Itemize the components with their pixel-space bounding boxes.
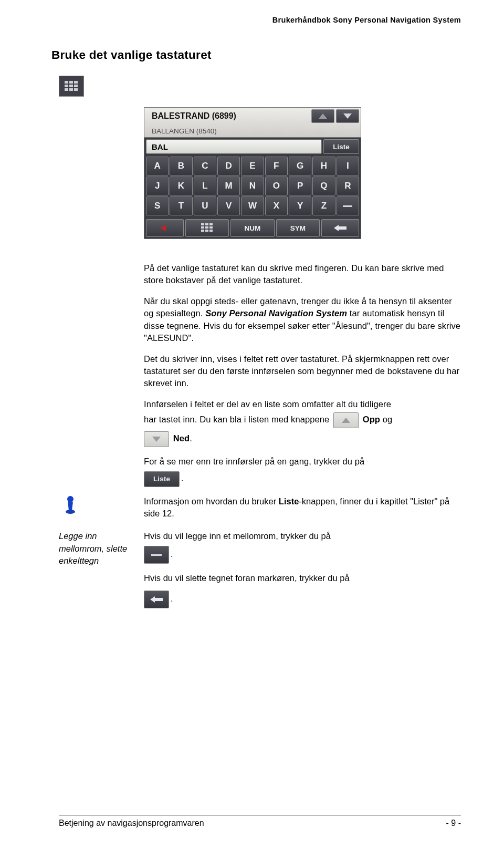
liste-button-inline: Liste — [144, 471, 180, 487]
svg-rect-15 — [205, 223, 208, 225]
liste-button[interactable]: Liste — [323, 139, 359, 154]
keyboard-grid-button[interactable] — [185, 219, 229, 237]
svg-rect-22 — [209, 230, 213, 232]
key-f[interactable]: F — [265, 157, 288, 175]
key-h[interactable]: H — [312, 157, 335, 175]
note-paragraph: Informasjon om hvordan du bruker Liste-k… — [144, 495, 461, 520]
back-button[interactable] — [146, 219, 184, 237]
running-header: Brukerhåndbok Sony Personal Navigation S… — [59, 16, 461, 24]
key-space[interactable] — [337, 196, 359, 215]
key-b[interactable]: B — [170, 157, 192, 175]
page-footer: Betjening av navigasjonsprogramvaren - 9… — [59, 815, 461, 828]
key-x[interactable]: X — [265, 196, 288, 215]
paragraph-2: Når du skal oppgi steds- eller gatenavn,… — [144, 295, 461, 345]
key-c[interactable]: C — [194, 157, 216, 175]
paragraph-7: For å se mer enn tre innførsler på en ga… — [144, 455, 461, 468]
svg-rect-1 — [65, 81, 68, 84]
svg-marker-11 — [343, 113, 352, 119]
svg-rect-9 — [74, 88, 78, 91]
key-w[interactable]: W — [241, 196, 264, 215]
down-icon — [144, 431, 169, 447]
key-q[interactable]: Q — [312, 177, 335, 195]
sym-button[interactable]: SYM — [276, 219, 320, 237]
space-line: Hvis du vil legge inn et mellomrom, tryk… — [144, 530, 461, 542]
key-u[interactable]: U — [194, 196, 216, 215]
delete-key-line: . — [144, 591, 461, 608]
paragraph-6: Ned. — [144, 431, 461, 447]
svg-rect-19 — [209, 226, 213, 229]
svg-rect-12 — [343, 205, 352, 207]
key-p[interactable]: P — [289, 177, 311, 195]
svg-rect-21 — [205, 230, 208, 232]
key-v[interactable]: V — [217, 196, 240, 215]
num-button[interactable]: NUM — [230, 219, 274, 237]
svg-rect-8 — [69, 88, 73, 91]
keyboard-grid-icon — [59, 76, 84, 97]
key-m[interactable]: M — [217, 177, 240, 195]
info-pawn-icon — [64, 495, 79, 516]
key-t[interactable]: T — [170, 196, 192, 215]
key-n[interactable]: N — [241, 177, 264, 195]
keyboard-screenshot: BALESTRAND (6899) BALLANGEN (8540) BAL L… — [144, 107, 361, 239]
svg-rect-20 — [201, 230, 204, 232]
section-title: Bruke det vanlige tastaturet — [51, 48, 461, 62]
svg-rect-18 — [205, 226, 208, 229]
scroll-down-button[interactable] — [336, 109, 359, 123]
text-input[interactable]: BAL — [146, 139, 322, 154]
key-z[interactable]: Z — [312, 196, 335, 215]
key-y[interactable]: Y — [289, 196, 311, 215]
svg-rect-6 — [74, 85, 78, 87]
paragraph-5: har tastet inn. Du kan bla i listen med … — [144, 412, 461, 428]
key-r[interactable]: R — [337, 177, 359, 195]
key-i[interactable]: I — [337, 157, 359, 175]
svg-marker-29 — [150, 596, 163, 603]
space-key-icon — [144, 546, 169, 564]
svg-point-26 — [67, 496, 74, 502]
space-key-line: . — [144, 546, 461, 564]
svg-rect-4 — [65, 85, 68, 87]
suggestion-primary[interactable]: BALESTRAND (6899) — [144, 111, 311, 121]
key-d[interactable]: D — [217, 157, 240, 175]
paragraph-3: Det du skriver inn, vises i feltet rett … — [144, 353, 461, 390]
key-e[interactable]: E — [241, 157, 264, 175]
svg-marker-23 — [334, 225, 346, 231]
footer-page-number: - 9 - — [446, 819, 461, 828]
svg-marker-25 — [152, 437, 161, 442]
svg-rect-2 — [69, 81, 73, 84]
key-o[interactable]: O — [265, 177, 288, 195]
key-g[interactable]: G — [289, 157, 311, 175]
svg-marker-10 — [319, 113, 327, 119]
paragraph-4: Innførselen i feltet er del av en liste … — [144, 398, 461, 410]
margin-label: Legge inn mellomrom, slette enkelttegn — [59, 530, 144, 566]
footer-left: Betjening av navigasjonsprogramvaren — [59, 819, 204, 828]
svg-rect-28 — [151, 554, 162, 556]
svg-rect-16 — [209, 223, 213, 225]
key-k[interactable]: K — [170, 177, 192, 195]
key-l[interactable]: L — [194, 177, 216, 195]
backspace-button[interactable] — [321, 219, 359, 237]
up-icon — [333, 412, 359, 428]
paragraph-1: På det vanlige tastaturet kan du skrive … — [144, 262, 461, 287]
key-a[interactable]: A — [146, 157, 169, 175]
svg-point-27 — [66, 510, 75, 514]
svg-rect-5 — [69, 85, 73, 87]
svg-rect-17 — [201, 226, 204, 229]
svg-rect-3 — [74, 81, 78, 84]
key-j[interactable]: J — [146, 177, 169, 195]
scroll-up-button[interactable] — [311, 109, 334, 123]
svg-rect-7 — [65, 88, 68, 91]
svg-marker-13 — [160, 225, 166, 231]
delete-line: Hvis du vil slette tegnet foran markøren… — [144, 572, 461, 584]
backspace-key-icon — [144, 591, 169, 608]
svg-rect-14 — [201, 223, 204, 225]
inline-liste-line: Liste. — [144, 471, 461, 487]
svg-marker-24 — [342, 418, 350, 423]
key-s[interactable]: S — [146, 196, 169, 215]
suggestion-secondary[interactable]: BALLANGEN (8540) — [144, 127, 217, 135]
